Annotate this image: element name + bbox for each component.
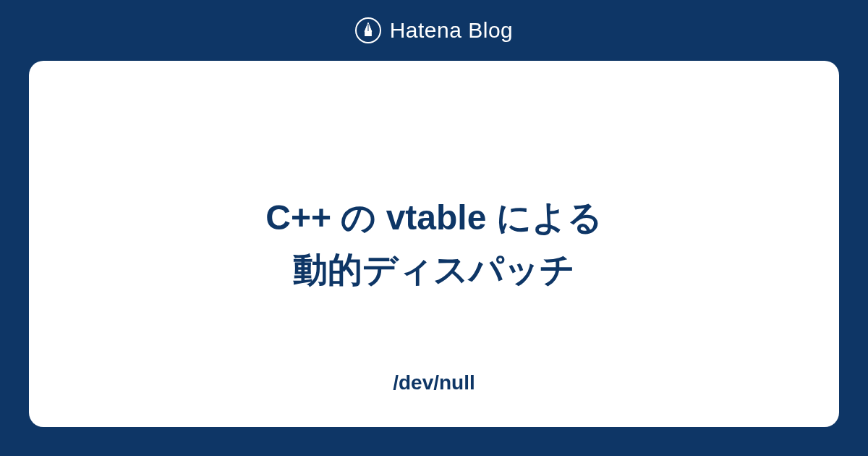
service-name: Hatena Blog — [390, 18, 514, 43]
article-title: C++ の vtable による 動的ディスパッチ — [265, 192, 602, 296]
service-header: Hatena Blog — [0, 0, 868, 61]
article-card: C++ の vtable による 動的ディスパッチ /dev/null — [29, 61, 839, 427]
blog-name: /dev/null — [393, 371, 475, 394]
hatena-pen-icon — [355, 17, 381, 43]
